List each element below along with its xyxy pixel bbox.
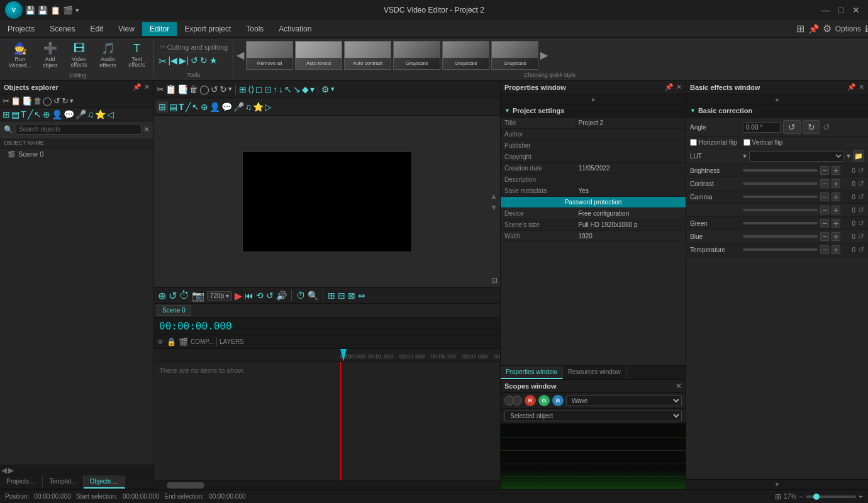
cut-tool-btn[interactable]: ✂ xyxy=(159,55,167,67)
c-down-icon[interactable]: ↓ xyxy=(279,84,283,94)
gamma-slider[interactable] xyxy=(743,196,818,198)
delete-obj-icon[interactable]: 🗑 xyxy=(33,96,42,106)
linked-icon-btn[interactable] xyxy=(504,395,522,406)
video-icon[interactable]: 🎬 xyxy=(63,6,73,15)
temperature-slider[interactable] xyxy=(743,248,818,251)
menu-scenes[interactable]: Scenes xyxy=(42,22,82,36)
menu-editor[interactable]: Editor xyxy=(142,22,177,36)
c-ellipse2-icon[interactable]: ▾ xyxy=(310,84,314,94)
green-reset-icon[interactable]: ↺ xyxy=(858,219,864,228)
left-scroll-left[interactable]: ◀ ▶ xyxy=(0,465,153,475)
tab-templates[interactable]: Templat... xyxy=(43,475,83,489)
c2-chat-icon[interactable]: 💬 xyxy=(221,102,232,112)
c2-line-icon[interactable]: ╱ xyxy=(186,102,191,112)
qs-grayscale-1[interactable]: Grayscale xyxy=(393,41,440,70)
selected-object-select[interactable]: Selected object xyxy=(504,411,682,421)
person-icon[interactable]: 👤 xyxy=(52,109,62,119)
rewind-icon[interactable]: ⟲ xyxy=(256,290,264,301)
fx-btn[interactable]: ★ xyxy=(209,55,218,67)
be-scroll-down[interactable]: ▼ xyxy=(686,479,868,489)
close-panel-icon[interactable]: ✕ xyxy=(144,83,150,91)
loop-btn[interactable]: ↻ xyxy=(200,55,208,67)
scopes-close-icon[interactable]: ✕ xyxy=(676,382,682,390)
c-redo-drop-icon[interactable]: ▾ xyxy=(228,85,232,93)
c-shape-icon[interactable]: ◆ xyxy=(302,84,309,94)
green-minus-icon[interactable]: − xyxy=(820,219,829,228)
c-settings-drop-icon[interactable]: ▾ xyxy=(331,85,335,93)
clock-icon[interactable]: ⏱ xyxy=(296,290,305,301)
grid-icon[interactable]: ⊞ xyxy=(3,109,10,119)
add-object-button[interactable]: ➕ Addobject xyxy=(36,40,64,71)
blue-minus-icon[interactable]: − xyxy=(820,232,829,241)
props-scroll-up[interactable]: ▲ xyxy=(501,94,686,104)
c-copy-icon[interactable]: 📋 xyxy=(165,84,176,94)
brightness-plus-icon[interactable]: + xyxy=(832,166,840,175)
split-h-icon[interactable]: ⊞ xyxy=(328,290,335,301)
lut-dropdown2-icon[interactable]: ▾ xyxy=(847,152,850,160)
flip-vertical-checkbox[interactable]: Vertical flip xyxy=(743,139,782,146)
c2-music-icon[interactable]: ♫ xyxy=(245,102,252,112)
props-close-icon[interactable]: ✕ xyxy=(676,83,682,91)
basic-correction-section-header[interactable]: ▼ Basic correction xyxy=(686,104,868,118)
c2-person-icon[interactable]: 👤 xyxy=(209,102,220,112)
scene-0-tab[interactable]: Scene 0 xyxy=(157,305,191,316)
copy-obj-icon[interactable]: 📋 xyxy=(11,96,21,106)
search-clear-button[interactable]: ✕ xyxy=(143,125,150,134)
play-left-icon[interactable]: ◁ xyxy=(107,109,114,119)
scroll-up-icon[interactable]: ▲ xyxy=(490,192,498,201)
brightness-reset-icon[interactable]: ↺ xyxy=(858,166,864,175)
flip-h-input[interactable] xyxy=(690,139,697,146)
zoom-out-icon[interactable]: − xyxy=(799,492,803,501)
save-icon[interactable]: 💾 xyxy=(25,6,35,15)
scroll-right-icon[interactable]: ▶ xyxy=(540,49,548,61)
tab-resources-window[interactable]: Resources window xyxy=(563,366,626,379)
split-v-icon[interactable]: ⊟ xyxy=(338,290,345,301)
link-circle-2[interactable] xyxy=(512,395,522,406)
maximize-button[interactable]: □ xyxy=(834,3,848,17)
c-delete-icon[interactable]: 🗑 xyxy=(189,84,198,94)
c-redo-icon[interactable]: ↻ xyxy=(220,84,227,94)
gamma-reset-icon[interactable]: ↺ xyxy=(858,192,864,201)
angle-cw-btn[interactable]: ↻ xyxy=(803,120,820,134)
c-cut-icon[interactable]: ✂ xyxy=(157,84,164,94)
chat-icon[interactable]: 💬 xyxy=(64,109,74,119)
be-pin-icon[interactable]: 📌 xyxy=(847,83,856,91)
c-move-icon[interactable]: ⟨⟩ xyxy=(248,84,254,94)
qs-auto-levels[interactable]: Auto levels xyxy=(295,41,342,70)
line-icon[interactable]: ╱ xyxy=(28,109,33,119)
timeline-scrollbar[interactable] xyxy=(154,480,500,489)
c-paste-icon[interactable]: 📑 xyxy=(177,84,188,94)
prev-frame-icon[interactable]: ⏮ xyxy=(245,290,253,301)
angle-input[interactable] xyxy=(743,122,781,133)
qs-grayscale-2[interactable]: Grayscale xyxy=(442,41,489,70)
wave-type-select[interactable]: Wave Histogram Vectorscope xyxy=(566,395,682,406)
scrollbar-thumb[interactable] xyxy=(167,482,204,489)
c2-mic-icon[interactable]: 🎤 xyxy=(233,102,244,112)
field-password-protection[interactable]: Password protection xyxy=(501,197,686,208)
video-effects-button[interactable]: 🎞 Videoeffects xyxy=(65,40,93,71)
save-as-icon[interactable]: 💾 xyxy=(38,6,48,15)
pin-icon[interactable]: 📌 xyxy=(808,24,819,34)
c2-cursor-icon[interactable]: ↖ xyxy=(192,102,199,112)
ellipse-obj-icon[interactable]: ◯ xyxy=(43,96,52,106)
undo-obj-icon[interactable]: ↺ xyxy=(53,96,60,106)
loop-icon[interactable]: ↺ xyxy=(169,290,177,302)
menu-tools[interactable]: Tools xyxy=(238,22,271,36)
qs-grayscale-3[interactable]: Grayscale xyxy=(491,41,538,70)
rgb-r-btn[interactable]: R xyxy=(525,395,536,406)
options-gear-icon[interactable]: ⚙ xyxy=(823,23,832,35)
text-insert-icon[interactable]: T xyxy=(21,109,26,119)
audio-effects-button[interactable]: 🎵 Audioeffects xyxy=(94,40,122,71)
volume-icon[interactable]: 🔊 xyxy=(276,290,287,301)
add-point-icon[interactable]: ⊕ xyxy=(43,109,50,119)
cursor-icon[interactable]: ↖ xyxy=(34,109,42,119)
red-minus-icon[interactable]: − xyxy=(820,206,829,214)
rotate-btn[interactable]: ↺ xyxy=(191,55,198,67)
tab-projects[interactable]: Projects ... xyxy=(0,475,43,489)
c-select-icon[interactable]: ⊞ xyxy=(239,84,247,94)
green-slider[interactable] xyxy=(743,222,818,224)
dropdown-arrow-icon[interactable]: ▾ xyxy=(75,6,79,14)
menu-view[interactable]: View xyxy=(111,22,142,36)
menu-export[interactable]: Export project xyxy=(177,22,238,36)
qs-auto-contrast[interactable]: Auto contrast xyxy=(344,41,391,70)
